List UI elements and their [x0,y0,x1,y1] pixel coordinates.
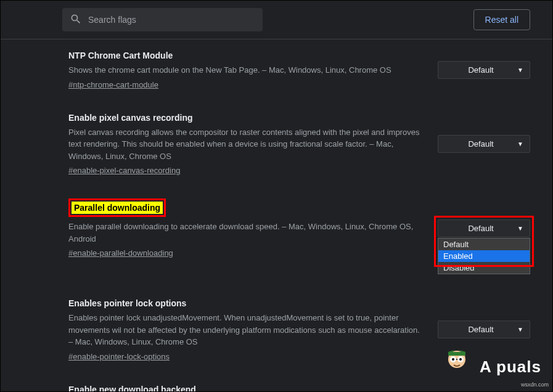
chevron-down-icon: ▼ [517,141,523,147]
flag-hash-link[interactable]: #enable-pointer-lock-options [68,352,170,361]
flag-text: Enable pixel canvas recording Pixel canv… [68,113,420,176]
dropdown-option-enabled[interactable]: Enabled [438,250,530,262]
flags-list: NTP Chrome Cart Module Shows the chrome … [1,39,552,392]
dropdown-option-default[interactable]: Default [438,239,530,250]
svg-point-4 [452,358,454,361]
source-watermark: wsxdn.com [521,382,549,388]
flag-select-dropdown: Default Enabled Disabled [438,238,530,274]
flag-item-parallel-downloading: Parallel downloading Enable parallel dow… [68,187,530,270]
search-field-wrap[interactable] [62,8,263,31]
mascot-icon [441,347,472,378]
flag-hash-link[interactable]: #ntp-chrome-cart-module [68,80,158,89]
flag-select[interactable]: Default ▼ Default Enabled Disabled [438,219,530,237]
svg-point-5 [459,358,462,361]
chevron-down-icon: ▼ [517,67,523,73]
flag-title: NTP Chrome Cart Module [68,51,173,60]
flag-item: NTP Chrome Cart Module Shows the chrome … [68,39,530,102]
flag-select[interactable]: Default ▼ [438,135,530,153]
flag-select[interactable]: Default ▼ [438,61,530,79]
flag-hash-link[interactable]: #enable-pixel-canvas-recording [68,166,180,175]
flag-text: NTP Chrome Cart Module Shows the chrome … [68,51,420,89]
flag-title: Parallel downloading [72,202,163,214]
search-input[interactable] [88,15,255,25]
flag-description: Enables pointer lock unadjustedMovement.… [68,312,420,348]
flag-title: Enables pointer lock options [68,298,186,308]
flag-select-value: Default [444,224,517,233]
flag-hash-link[interactable]: #enable-parallel-downloading [68,248,173,258]
svg-rect-1 [448,352,465,356]
flag-text: Parallel downloading Enable parallel dow… [68,198,420,258]
svg-rect-6 [456,359,457,360]
flag-description: Enable parallel downloading to accelerat… [68,221,420,245]
flag-text: Enable new download backend Enables the … [68,385,420,393]
flag-description: Pixel canvas recording allows the compos… [68,126,420,163]
flag-select-value: Default [444,65,517,75]
brand-watermark: A puals [480,357,541,377]
annotation-highlight-box: Parallel downloading [68,198,166,217]
flag-title: Enable pixel canvas recording [68,113,193,123]
reset-all-button[interactable]: Reset all [473,9,530,30]
flag-select-value: Default [444,139,517,149]
flag-title: Enable new download backend [68,385,196,393]
search-icon [70,13,88,27]
flag-select-value: Default [444,325,517,334]
flag-text: Enables pointer lock options Enables poi… [68,298,420,361]
flag-item: Enable pixel canvas recording Pixel canv… [68,102,530,188]
flag-select[interactable]: Default ▼ [438,321,530,338]
top-bar: Reset all [1,1,552,39]
chevron-down-icon: ▼ [517,326,523,333]
chevron-down-icon: ▼ [517,225,523,232]
flag-description: Shows the chrome cart module on the New … [68,64,420,76]
dropdown-option-disabled[interactable]: Disabled [438,262,530,274]
